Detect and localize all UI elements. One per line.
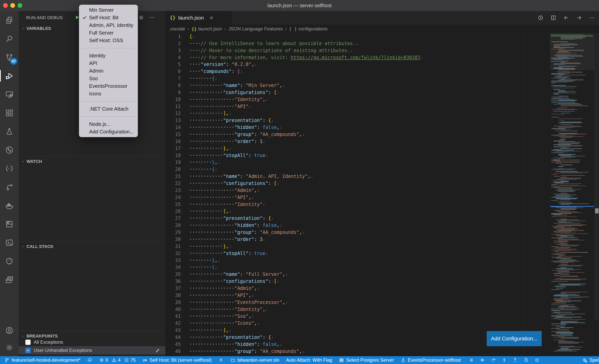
breadcrumb-item-configurations[interactable]: [ ]configurations: [289, 26, 328, 32]
status-item-flame[interactable]: [218, 358, 224, 363]
code-line[interactable]: 25················"Identity"↓: [166, 201, 599, 208]
code-line[interactable]: 24················"API",↓: [166, 194, 599, 201]
zoom-window-button[interactable]: [18, 3, 22, 8]
status-item-beaker[interactable]: EventsProcessor-selfhost: [400, 357, 461, 363]
code-line[interactable]: 40················"Identity",↓: [166, 306, 599, 313]
minimize-window-button[interactable]: [10, 3, 15, 8]
code-line[interactable]: 11················"API"↓: [166, 103, 599, 110]
more-actions-icon[interactable]: [589, 15, 595, 21]
activity-item-search[interactable]: [0, 29, 19, 48]
code-line[interactable]: 27············"presentation":·{↓: [166, 215, 599, 222]
add-configuration-button[interactable]: Add Configuration...: [487, 331, 542, 346]
activity-item-extensions[interactable]: [0, 104, 19, 122]
activity-item-run-and-debug[interactable]: [0, 67, 19, 85]
activity-item-gitlens[interactable]: [0, 141, 19, 159]
section-watch[interactable]: WATCH: [19, 157, 165, 166]
code-line[interactable]: 34········{↓: [166, 264, 599, 271]
menu-item-admin[interactable]: Admin: [79, 67, 138, 75]
step-out-icon[interactable]: [512, 357, 518, 363]
code-line[interactable]: 18············"stopAll":·true↓: [166, 152, 599, 159]
split-editor-icon[interactable]: [550, 15, 556, 21]
menu-item-admin-api-identity[interactable]: Admin, API, Identity: [79, 21, 138, 29]
scrollbar-thumb[interactable]: [594, 33, 599, 320]
activity-item-docker[interactable]: [0, 196, 19, 215]
code-line[interactable]: 1{↓: [166, 33, 599, 40]
code-line[interactable]: 8············"name":·"Min·Server",↓: [166, 82, 599, 89]
status-problems[interactable]: 0 4 75: [99, 357, 136, 363]
pause-icon[interactable]: [468, 357, 474, 363]
code-line[interactable]: 23················"Admin",↓: [166, 187, 599, 194]
menu-item-self-host-oss[interactable]: Self Host: OSS: [79, 37, 138, 44]
code-line[interactable]: 20········{↓: [166, 166, 599, 173]
code-line[interactable]: 39················"EventsProcessor",↓: [166, 299, 599, 306]
continue-icon[interactable]: [479, 357, 485, 363]
code-line[interactable]: 3····//·Hover·to·view·descriptions·of·ex…: [166, 47, 599, 54]
activity-item-source-control[interactable]: 47: [0, 48, 19, 67]
activity-item-testing[interactable]: [0, 122, 19, 141]
code-line[interactable]: 4····//·For·more·information,·visit:·htt…: [166, 54, 599, 61]
status-item-folder[interactable]: bitwarden-server.sln: [230, 357, 279, 363]
status-item-auto-attach-with-flag[interactable]: Auto Attach: With Flag: [286, 357, 332, 363]
code-line[interactable]: 32············"stopAll":·true↓: [166, 250, 599, 257]
debug-settings-gear-icon[interactable]: [138, 14, 144, 21]
stop-icon[interactable]: [534, 357, 540, 363]
menu-item-node-js[interactable]: Node.js...: [79, 120, 138, 128]
code-line[interactable]: 15················"group":·"AA_compounds…: [166, 131, 599, 138]
code-line[interactable]: 30················"order":·3↓: [166, 236, 599, 243]
activity-item-postgresql[interactable]: [0, 252, 19, 270]
menu-item-eventsprocessor[interactable]: EventsProcessor: [79, 82, 138, 90]
code-line[interactable]: 37················"Admin",↓: [166, 285, 599, 292]
status-item-server[interactable]: Select Postgres Server: [339, 357, 394, 363]
code-line[interactable]: 21············"name":·"Admin,·API,·Ident…: [166, 173, 599, 180]
menu-item-full-server[interactable]: Full Server: [79, 29, 138, 37]
code-line[interactable]: 28················"hidden":·false,↓: [166, 222, 599, 229]
code-line[interactable]: 7········{↓: [166, 75, 599, 82]
step-over-icon[interactable]: [490, 357, 496, 363]
code-line[interactable]: 35············"name":·"Full·Server",↓: [166, 271, 599, 278]
status-item-spell-checker[interactable]: Spell: [582, 357, 599, 363]
activity-item-window-layouts[interactable]: [0, 270, 19, 289]
menu-item-icons[interactable]: Icons: [79, 90, 138, 98]
activity-item-remote-explorer[interactable]: [0, 85, 19, 104]
scrollbar[interactable]: [594, 33, 599, 355]
tab-close-icon[interactable]: ×: [210, 14, 213, 21]
code-line[interactable]: 41················"Sso",↓: [166, 313, 599, 320]
breakpoint-user-unhandled-exceptions[interactable]: User-Unhandled Exceptions: [19, 346, 165, 355]
go-forward-icon[interactable]: [576, 15, 582, 21]
code-line[interactable]: 10················"Identity",↓: [166, 96, 599, 103]
breadcrumb-item-json-language-features[interactable]: JSON Language Features: [228, 26, 283, 32]
activity-item-terminal[interactable]: [0, 233, 19, 252]
code-line[interactable]: 14················"hidden":·false,↓: [166, 124, 599, 131]
status-item-cloud-upload[interactable]: [87, 358, 92, 363]
code-line[interactable]: 13············"presentation":·{↓: [166, 117, 599, 124]
menu-item-api[interactable]: API: [79, 60, 138, 67]
menu-item-self-host-bit[interactable]: Self Host: Bit: [79, 14, 138, 21]
activity-item-copilot[interactable]: [0, 159, 19, 178]
code-editor[interactable]: 1{↓2····//·Use·IntelliSense·to·learn·abo…: [166, 33, 599, 356]
menu-item-identity[interactable]: Identity: [79, 52, 138, 60]
code-line[interactable]: 12············],↓: [166, 110, 599, 117]
code-line[interactable]: 36············"configurations":·[↓: [166, 278, 599, 285]
code-line[interactable]: 2····//·Use·IntelliSense·to·learn·about·…: [166, 40, 599, 47]
code-line[interactable]: 31············},↓: [166, 243, 599, 250]
status-item-source-branch[interactable]: feature/self-hosted-development*: [4, 357, 80, 363]
code-line[interactable]: 17············},↓: [166, 145, 599, 152]
timeline-icon[interactable]: [537, 15, 544, 21]
code-line[interactable]: 9············"configurations":·[↓: [166, 89, 599, 96]
status-item-debug-run[interactable]: Self Host: Bit (server-selfhost): [142, 357, 212, 363]
code-line[interactable]: 33········},↓: [166, 257, 599, 264]
breadcrumb-item-launch-json[interactable]: {}launch.json: [192, 26, 222, 32]
code-line[interactable]: 29················"group":·"AA_compounds…: [166, 229, 599, 236]
checkbox-checked[interactable]: [25, 348, 31, 353]
code-line[interactable]: 6····"compounds":·[↓: [166, 68, 599, 75]
activity-item-account[interactable]: [0, 322, 19, 339]
close-window-button[interactable]: [3, 3, 8, 8]
code-line[interactable]: 22············"configurations":·[↓: [166, 180, 599, 187]
minimap[interactable]: [550, 33, 594, 355]
restart-icon[interactable]: [523, 357, 529, 363]
activity-item-settings[interactable]: [0, 339, 19, 356]
step-into-icon[interactable]: [501, 357, 507, 363]
breadcrumb-item-vscode[interactable]: .vscode: [169, 26, 185, 32]
go-back-icon[interactable]: [563, 15, 569, 21]
checkbox-unchecked[interactable]: [25, 340, 31, 345]
